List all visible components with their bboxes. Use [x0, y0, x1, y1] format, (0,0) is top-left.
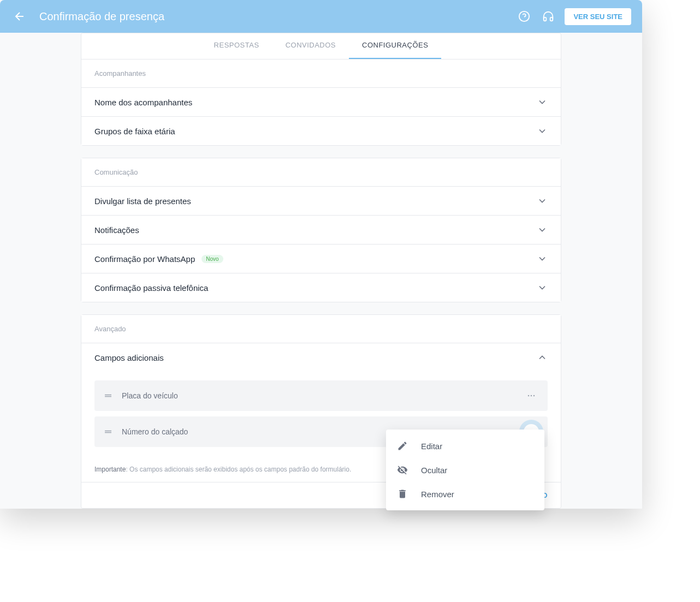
- row-label: Notificações: [94, 225, 139, 235]
- arrow-left-icon: [13, 10, 26, 23]
- tabs: RESPOSTAS CONVIDADOS CONFIGURAÇÕES: [81, 33, 561, 59]
- header: Confirmação de presença VER SEU SITE: [0, 0, 642, 33]
- pencil-icon: [397, 440, 408, 451]
- main-card: RESPOSTAS CONVIDADOS CONFIGURAÇÕES Acomp…: [81, 33, 561, 146]
- chevron-up-icon: [537, 352, 548, 363]
- note-text: : Os campos adicionais serão exibidos ap…: [126, 466, 351, 473]
- card-avancado: Avançado Campos adicionais Placa do veíc…: [81, 314, 561, 509]
- row-label: Nome dos acompanhantes: [94, 98, 192, 107]
- row-label-text: Confirmação por WhatsApp: [94, 254, 195, 264]
- row-label: Grupos de faixa etária: [94, 127, 175, 136]
- page-title: Confirmação de presença: [39, 10, 517, 23]
- svg-rect-7: [105, 431, 111, 432]
- tab-respostas[interactable]: RESPOSTAS: [201, 33, 272, 59]
- row-grupos-faixa-etaria[interactable]: Grupos de faixa etária: [81, 116, 561, 145]
- row-label: Confirmação por WhatsApp Novo: [94, 254, 223, 264]
- row-nome-acompanhantes[interactable]: Nome dos acompanhantes: [81, 87, 561, 116]
- chevron-down-icon: [537, 224, 548, 235]
- row-notificacoes[interactable]: Notificações: [81, 215, 561, 244]
- section-title-acompanhantes: Acompanhantes: [81, 59, 561, 87]
- svg-rect-8: [105, 432, 111, 433]
- header-actions: VER SEU SITE: [517, 8, 631, 25]
- tab-configuracoes[interactable]: CONFIGURAÇÕES: [349, 33, 441, 59]
- menu-label: Ocultar: [421, 466, 447, 475]
- svg-point-5: [531, 395, 532, 397]
- card-comunicacao: Comunicação Divulgar lista de presentes …: [81, 158, 561, 302]
- back-button[interactable]: [11, 8, 28, 25]
- support-button[interactable]: [541, 9, 556, 24]
- chevron-down-icon: [537, 126, 548, 136]
- menu-item-ocultar[interactable]: Ocultar: [386, 458, 544, 482]
- field-name: Placa do veículo: [122, 391, 515, 400]
- row-label: Campos adicionais: [94, 353, 164, 362]
- svg-point-6: [533, 395, 535, 397]
- more-button-placa[interactable]: [524, 388, 539, 403]
- chevron-down-icon: [537, 253, 548, 264]
- badge-novo: Novo: [201, 255, 223, 263]
- menu-label: Remover: [421, 490, 454, 499]
- help-button[interactable]: [517, 9, 532, 24]
- field-item-placa: Placa do veículo: [94, 380, 548, 411]
- context-menu: Editar Ocultar Remover: [386, 430, 544, 510]
- svg-point-4: [528, 395, 530, 397]
- row-label: Divulgar lista de presentes: [94, 196, 191, 206]
- headset-icon: [542, 10, 554, 22]
- help-icon: [518, 10, 530, 22]
- row-whatsapp[interactable]: Confirmação por WhatsApp Novo: [81, 244, 561, 273]
- tab-convidados[interactable]: CONVIDADOS: [272, 33, 349, 59]
- row-divulgar-lista[interactable]: Divulgar lista de presentes: [81, 186, 561, 215]
- drag-handle[interactable]: [103, 391, 113, 401]
- menu-item-remover[interactable]: Remover: [386, 482, 544, 506]
- content-area: RESPOSTAS CONVIDADOS CONFIGURAÇÕES Acomp…: [0, 33, 642, 509]
- row-label: Confirmação passiva telefônica: [94, 283, 208, 293]
- section-title-avancado: Avançado: [81, 315, 561, 343]
- trash-icon: [397, 488, 408, 499]
- menu-item-editar[interactable]: Editar: [386, 434, 544, 458]
- more-horizontal-icon: [526, 390, 537, 401]
- row-campos-adicionais[interactable]: Campos adicionais: [81, 343, 561, 372]
- drag-icon: [103, 427, 113, 437]
- eye-off-icon: [397, 464, 408, 475]
- chevron-down-icon: [537, 97, 548, 108]
- view-site-button[interactable]: VER SEU SITE: [565, 8, 631, 25]
- chevron-down-icon: [537, 282, 548, 293]
- svg-rect-3: [105, 396, 111, 397]
- row-telefonica[interactable]: Confirmação passiva telefônica: [81, 273, 561, 302]
- note-bold: Importante: [94, 466, 126, 473]
- chevron-down-icon: [537, 195, 548, 206]
- drag-handle[interactable]: [103, 427, 113, 437]
- svg-rect-2: [105, 395, 111, 396]
- section-title-comunicacao: Comunicação: [81, 158, 561, 186]
- menu-label: Editar: [421, 442, 442, 451]
- drag-icon: [103, 391, 113, 401]
